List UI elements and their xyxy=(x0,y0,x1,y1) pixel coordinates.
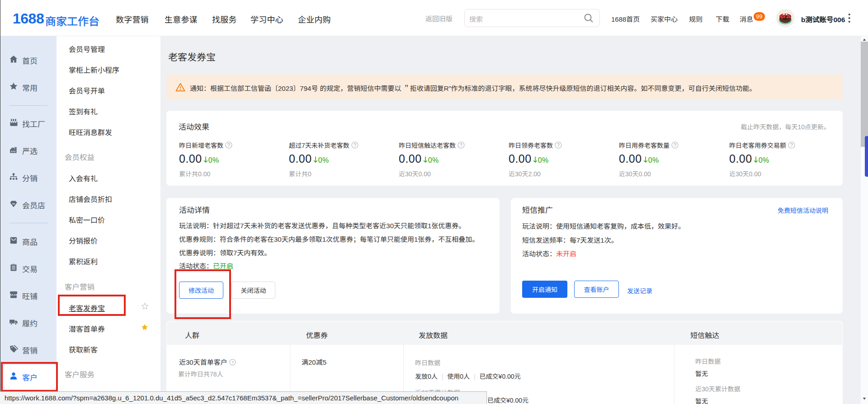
svg-text:?: ? xyxy=(460,143,462,148)
svg-text:?: ? xyxy=(354,143,356,148)
svg-text:?: ? xyxy=(674,143,676,148)
svg-text:?: ? xyxy=(231,360,234,365)
svg-text:?: ? xyxy=(557,143,560,148)
svg-text:?: ? xyxy=(790,143,793,148)
svg-text:?: ? xyxy=(227,143,230,148)
